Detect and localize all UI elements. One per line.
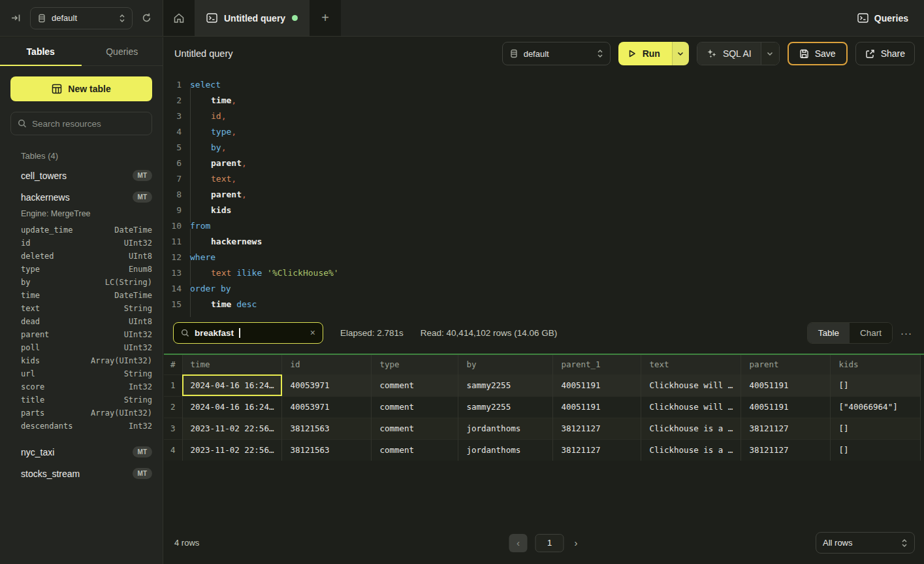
editor-line[interactable]: 14order by xyxy=(164,280,924,296)
column-header[interactable]: by xyxy=(458,355,553,374)
table-cell[interactable]: 2024-04-16 16:24… xyxy=(182,396,282,418)
tab-title: Untitled query xyxy=(224,13,285,24)
table-cell[interactable]: 2023-11-02 22:56… xyxy=(182,418,282,439)
table-cell[interactable]: 38121563 xyxy=(282,439,372,461)
code-text: text, xyxy=(190,174,236,184)
next-page-button[interactable]: › xyxy=(572,535,581,551)
sql-ai-options-button[interactable] xyxy=(761,42,779,65)
table-cell[interactable]: 2024-04-16 16:24… xyxy=(182,374,282,396)
editor-line[interactable]: 8parent, xyxy=(164,186,924,202)
current-page[interactable]: 1 xyxy=(535,534,564,552)
share-button[interactable]: Share xyxy=(855,42,915,65)
column-type: String xyxy=(124,395,152,405)
run-button[interactable]: Run xyxy=(618,42,672,65)
table-cell[interactable]: comment xyxy=(372,374,458,396)
table-cell[interactable]: 38121127 xyxy=(741,418,831,439)
table-cell[interactable]: 38121127 xyxy=(741,439,831,461)
resource-search-input[interactable]: Search resources xyxy=(10,112,152,135)
sidebar-item-stocks-stream[interactable]: stocks_stream MT xyxy=(0,463,163,484)
table-cell[interactable]: 40051191 xyxy=(553,374,641,396)
editor-line[interactable]: 15time desc xyxy=(164,296,924,312)
column-header[interactable]: parent xyxy=(741,355,831,374)
column-header[interactable]: type xyxy=(372,355,458,374)
sql-editor[interactable]: 1select2time,3id,4type,5by,6parent,7text… xyxy=(164,70,924,312)
column-header[interactable]: kids xyxy=(831,355,921,374)
more-options-icon[interactable]: ··· xyxy=(900,327,912,339)
table-cell[interactable]: Clickhouse is a … xyxy=(641,439,741,461)
prev-page-button[interactable]: ‹ xyxy=(509,534,528,552)
save-button[interactable]: Save xyxy=(788,42,848,65)
new-tab-button[interactable]: + xyxy=(310,0,341,36)
column-header[interactable]: time xyxy=(182,355,282,374)
refresh-icon[interactable] xyxy=(141,12,152,24)
tab-strip: Untitled query + xyxy=(163,0,341,36)
column-header[interactable]: # xyxy=(164,355,182,374)
tab-untitled-query[interactable]: Untitled query xyxy=(195,0,310,36)
home-button[interactable] xyxy=(163,0,195,36)
run-options-button[interactable] xyxy=(672,42,689,65)
table-cell[interactable]: jordanthoms xyxy=(458,439,553,461)
table-cell[interactable]: 38121127 xyxy=(553,418,641,439)
table-cell[interactable]: comment xyxy=(372,439,458,461)
sidebar-item-cell-towers[interactable]: cell_towers MT xyxy=(0,165,163,186)
editor-line[interactable]: 7text, xyxy=(164,171,924,186)
new-table-button[interactable]: New table xyxy=(10,76,152,101)
table-cell[interactable]: comment xyxy=(372,418,458,439)
unsaved-status-dot xyxy=(292,15,298,21)
clear-search-icon[interactable]: × xyxy=(310,327,315,338)
queries-button[interactable]: Queries xyxy=(842,0,924,36)
view-toggle-chart[interactable]: Chart xyxy=(850,323,892,343)
page-size-selector[interactable]: All rows xyxy=(816,532,915,554)
editor-line[interactable]: 6parent, xyxy=(164,155,924,171)
editor-line[interactable]: 9kids xyxy=(164,202,924,218)
table-cell[interactable]: 38121127 xyxy=(553,439,641,461)
editor-line[interactable]: 10from xyxy=(164,218,924,233)
table-cell[interactable]: 40051191 xyxy=(553,396,641,418)
table-cell[interactable]: 40053971 xyxy=(282,396,372,418)
table-cell[interactable]: 2023-11-02 22:56… xyxy=(182,439,282,461)
line-number: 4 xyxy=(164,127,182,137)
results-search-input[interactable]: breakfast × xyxy=(173,322,323,344)
table-cell[interactable]: Clickhouse will … xyxy=(641,374,741,396)
table-cell[interactable]: jordanthoms xyxy=(458,418,553,439)
table-cell[interactable]: [] xyxy=(831,439,921,461)
editor-line[interactable]: 11hackernews xyxy=(164,233,924,249)
editor-line[interactable]: 1select xyxy=(164,76,924,92)
column-header[interactable]: parent_1 xyxy=(553,355,641,374)
table-cell[interactable]: sammy2255 xyxy=(458,374,553,396)
view-toggle-table[interactable]: Table xyxy=(808,323,850,343)
editor-line[interactable]: 5by, xyxy=(164,139,924,155)
editor-line[interactable]: 13text ilike '%ClickHouse%' xyxy=(164,265,924,280)
table-cell[interactable]: comment xyxy=(372,396,458,418)
table-cell[interactable]: sammy2255 xyxy=(458,396,553,418)
table-cell[interactable]: [] xyxy=(831,374,921,396)
table-cell[interactable]: ["40066964"] xyxy=(831,396,921,418)
sql-ai-button[interactable]: SQL AI xyxy=(697,42,761,65)
table-cell[interactable]: 40053971 xyxy=(282,374,372,396)
sidebar-tab-tables[interactable]: Tables xyxy=(0,37,82,65)
table-row: 42023-11-02 22:56…38121563commentjordant… xyxy=(164,439,921,461)
save-icon xyxy=(799,49,809,59)
new-table-label: New table xyxy=(68,84,110,94)
table-cell[interactable]: Clickhouse will … xyxy=(641,396,741,418)
editor-line[interactable]: 2time, xyxy=(164,92,924,108)
table-cell[interactable]: 40051191 xyxy=(741,374,831,396)
editor-line[interactable]: 4type, xyxy=(164,124,924,139)
editor-line[interactable]: 12where xyxy=(164,249,924,265)
column-header[interactable]: text xyxy=(641,355,741,374)
sidebar-item-hackernews[interactable]: hackernews MT xyxy=(0,186,163,208)
sidebar-item-nyc-taxi[interactable]: nyc_taxi MT xyxy=(0,441,163,463)
table-cell[interactable]: 40051191 xyxy=(741,396,831,418)
sidebar-tab-queries[interactable]: Queries xyxy=(82,37,163,65)
elapsed-stat: Elapsed: 2.781s xyxy=(340,328,404,338)
column-row: update_timeDateTime xyxy=(0,224,163,237)
table-cell[interactable]: [] xyxy=(831,418,921,439)
editor-line[interactable]: 3id, xyxy=(164,108,924,124)
query-database-selector[interactable]: default xyxy=(502,42,611,65)
database-selector[interactable]: default xyxy=(30,7,133,29)
table-cell[interactable]: 38121563 xyxy=(282,418,372,439)
collapse-sidebar-icon[interactable] xyxy=(10,12,22,24)
database-icon xyxy=(509,49,518,58)
table-cell[interactable]: Clickhouse is a … xyxy=(641,418,741,439)
column-header[interactable]: id xyxy=(282,355,372,374)
